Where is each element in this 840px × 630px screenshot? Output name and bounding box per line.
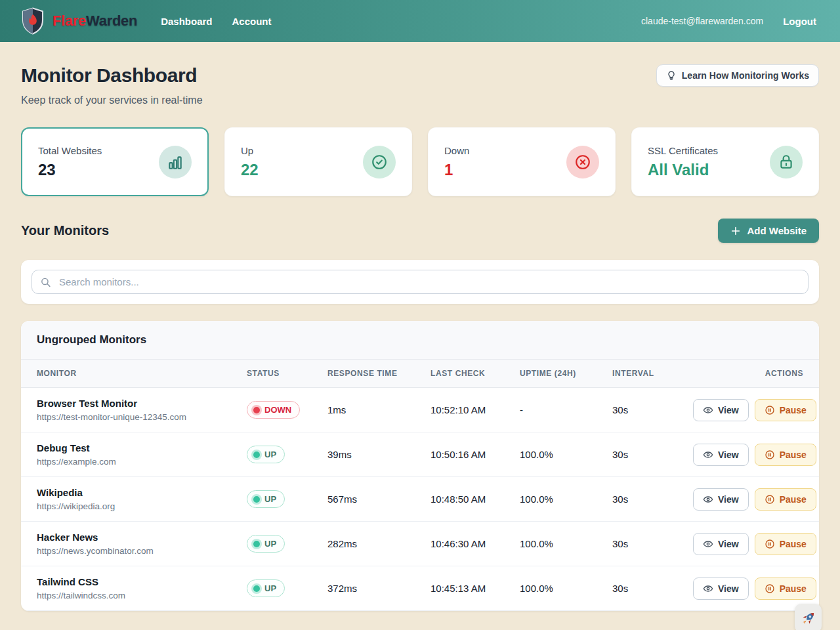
- brand-flare: Flare: [52, 12, 86, 29]
- x-circle-icon: [566, 146, 599, 178]
- last-check-value: 10:48:50 AM: [430, 477, 520, 522]
- last-check-value: 10:50:16 AM: [430, 432, 520, 477]
- uptime-value: -: [520, 388, 612, 432]
- interval-value: 30s: [612, 477, 693, 522]
- stat-card-down[interactable]: Down 1: [428, 127, 616, 196]
- last-check-value: 10:52:10 AM: [430, 388, 520, 432]
- bar-chart-icon: [159, 146, 192, 178]
- check-circle-icon: [363, 146, 396, 178]
- stat-value: 1: [444, 161, 469, 179]
- view-button[interactable]: View: [693, 578, 749, 600]
- view-button[interactable]: View: [693, 444, 749, 466]
- monitor-name: Hacker News: [37, 532, 247, 543]
- search-monitors-input[interactable]: [32, 270, 808, 294]
- pause-button[interactable]: Pause: [755, 533, 816, 555]
- stat-value: 23: [38, 161, 102, 179]
- response-time-value: 282ms: [327, 522, 430, 566]
- pause-circle-icon: [765, 450, 775, 460]
- stat-label: Total Websites: [38, 145, 102, 156]
- interval-value: 30s: [612, 566, 693, 611]
- stat-card-total-websites[interactable]: Total Websites 23: [21, 127, 209, 196]
- status-dot-icon: [253, 407, 260, 413]
- pause-button[interactable]: Pause: [755, 578, 816, 600]
- view-button[interactable]: View: [693, 533, 749, 555]
- stat-value: 22: [241, 161, 259, 179]
- response-time-value: 372ms: [327, 566, 430, 611]
- page-title: Monitor Dashboard: [21, 64, 203, 87]
- stat-card-ssl-certificates[interactable]: SSL Certificates All Valid: [631, 127, 819, 196]
- interval-value: 30s: [612, 432, 693, 477]
- nav-item-account[interactable]: Account: [232, 16, 272, 27]
- search-card: [21, 260, 819, 304]
- lock-icon: [770, 146, 803, 178]
- uptime-value: 100.0%: [520, 566, 612, 611]
- stat-card-up[interactable]: Up 22: [224, 127, 412, 196]
- main-content: Monitor Dashboard Keep track of your ser…: [0, 64, 840, 611]
- monitor-name: Browser Test Monitor: [37, 398, 247, 409]
- pause-label: Pause: [780, 450, 807, 460]
- pause-label: Pause: [780, 405, 807, 415]
- top-nav-links: Dashboard Account: [161, 16, 271, 27]
- monitor-name: Tailwind CSS: [37, 576, 247, 587]
- monitor-url[interactable]: https://news.ycombinator.com: [37, 546, 247, 556]
- stat-label: Up: [241, 145, 259, 156]
- monitor-url[interactable]: https://wikipedia.org: [37, 501, 247, 511]
- brand-logo[interactable]: FlareWarden: [21, 7, 137, 35]
- eye-icon: [703, 405, 713, 415]
- brand-name: FlareWarden: [52, 12, 137, 30]
- status-badge: DOWN: [247, 401, 300, 419]
- last-check-value: 10:45:13 AM: [430, 566, 520, 611]
- status-dot-icon: [253, 585, 260, 592]
- pause-circle-icon: [765, 405, 775, 415]
- view-button[interactable]: View: [693, 488, 749, 511]
- shield-flame-logo-icon: [21, 7, 45, 35]
- table-row: Browser Test Monitor https://test-monito…: [21, 388, 819, 432]
- rocket-launcher-widget[interactable]: [795, 604, 822, 630]
- uptime-value: 100.0%: [520, 432, 612, 477]
- column-header-status: STATUS: [247, 360, 327, 388]
- pause-label: Pause: [780, 494, 807, 505]
- response-time-value: 567ms: [327, 477, 430, 522]
- view-label: View: [718, 539, 739, 549]
- logout-button[interactable]: Logout: [783, 16, 816, 27]
- status-label: UP: [264, 450, 276, 459]
- status-label: DOWN: [264, 405, 291, 415]
- interval-value: 30s: [612, 388, 693, 432]
- learn-button-label: Learn How Monitoring Works: [682, 70, 809, 81]
- response-time-value: 39ms: [327, 432, 430, 477]
- monitor-url[interactable]: https://test-monitor-unique-12345.com: [37, 412, 247, 422]
- user-email: claude-test@flarewarden.com: [641, 16, 763, 26]
- your-monitors-heading: Your Monitors: [21, 223, 109, 238]
- eye-icon: [703, 539, 713, 549]
- status-label: UP: [264, 494, 276, 504]
- nav-item-dashboard[interactable]: Dashboard: [161, 16, 212, 27]
- status-badge: UP: [247, 490, 285, 508]
- add-website-button[interactable]: Add Website: [718, 219, 819, 243]
- brand-warden: Warden: [86, 12, 137, 29]
- view-button[interactable]: View: [693, 399, 749, 421]
- table-row: Hacker News https://news.ycombinator.com…: [21, 522, 819, 566]
- column-header-interval: INTERVAL: [612, 360, 693, 388]
- status-label: UP: [264, 583, 276, 593]
- group-title: Ungrouped Monitors: [21, 321, 819, 360]
- search-icon: [40, 276, 51, 287]
- eye-icon: [703, 450, 713, 460]
- view-label: View: [718, 405, 739, 415]
- stats-cards: Total Websites 23 Up 22 Down: [21, 127, 819, 196]
- status-dot-icon: [253, 541, 260, 547]
- monitor-url[interactable]: https://tailwindcss.com: [37, 591, 247, 600]
- status-badge: UP: [247, 446, 285, 463]
- page-subtitle: Keep track of your services in real-time: [21, 94, 203, 106]
- pause-circle-icon: [765, 494, 775, 505]
- eye-icon: [703, 494, 713, 505]
- pause-button[interactable]: Pause: [755, 444, 816, 466]
- pause-label: Pause: [780, 539, 807, 549]
- status-dot-icon: [253, 452, 260, 458]
- pause-button[interactable]: Pause: [755, 399, 816, 421]
- status-badge: UP: [247, 579, 285, 597]
- monitor-url[interactable]: https://example.com: [37, 457, 247, 467]
- monitor-name: Wikipedia: [37, 487, 247, 498]
- stat-label: Down: [444, 145, 469, 156]
- learn-how-monitoring-works-button[interactable]: Learn How Monitoring Works: [656, 64, 819, 87]
- pause-button[interactable]: Pause: [755, 488, 816, 511]
